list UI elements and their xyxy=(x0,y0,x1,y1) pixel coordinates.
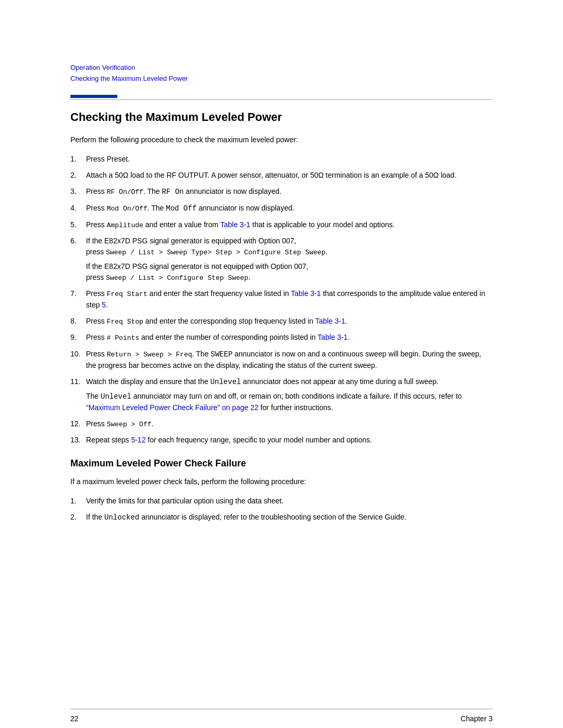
step-11: 11. Watch the display and ensure that th… xyxy=(70,376,493,413)
step-3-content: Press RF On/Off. The RF On annunciator i… xyxy=(86,186,493,198)
step-13-num: 13. xyxy=(70,435,86,446)
accent-bar-container xyxy=(70,95,493,98)
step-7-table-link[interactable]: Table 3-1 xyxy=(291,289,321,298)
failure-step-1-num: 1. xyxy=(70,496,86,507)
failure-step-2-num: 2. xyxy=(70,512,86,523)
page-container: Operation Verification Checking the Maxi… xyxy=(0,0,563,728)
top-spacer xyxy=(0,0,563,63)
step-3-num: 3. xyxy=(70,186,86,198)
step-8-table-link[interactable]: Table 3-1 xyxy=(315,317,346,325)
step-13-range-link[interactable]: 5-12 xyxy=(131,436,145,444)
intro-text: Perform the following procedure to check… xyxy=(70,134,493,145)
step-7: 7. Press Freq Start and enter the start … xyxy=(70,288,493,311)
failure-step-1-content: Verify the limits for that particular op… xyxy=(86,496,493,507)
breadcrumb-line2[interactable]: Checking the Maximum Leveled Power xyxy=(70,73,493,84)
step-7-num: 7. xyxy=(70,288,86,311)
failure-steps-list: 1. Verify the limits for that particular… xyxy=(70,496,493,523)
step-6: 6. If the E82x7D PSG signal generator is… xyxy=(70,236,493,283)
step-5-content: Press Amplitude and enter a value from T… xyxy=(86,219,493,231)
step-2-content: Attach a 50Ω load to the RF OUTPUT. A po… xyxy=(86,170,493,181)
step-5-num: 5. xyxy=(70,219,86,231)
page-title: Checking the Maximum Leveled Power xyxy=(70,110,493,124)
step-6-subpara: If the E82x7D PSG signal generator is no… xyxy=(86,261,493,283)
failure-step-2-content: If the Unlocked annunciator is displayed… xyxy=(86,512,493,523)
accent-bar xyxy=(70,95,117,98)
step-13: 13. Repeat steps 5-12 for each frequency… xyxy=(70,435,493,446)
step-9-num: 9. xyxy=(70,332,86,343)
failure-subheading: Maximum Leveled Power Check Failure xyxy=(70,458,493,469)
step-7-content: Press Freq Start and enter the start fre… xyxy=(86,288,493,311)
step-1: 1. Press Preset. xyxy=(70,154,493,165)
step-5-table-link[interactable]: Table 3-1 xyxy=(221,220,251,229)
step-4-content: Press Mod On/Off. The Mod Off annunciato… xyxy=(86,203,493,214)
step-9-content: Press # Points and enter the number of c… xyxy=(86,332,493,343)
step-11-content: Watch the display and ensure that the Un… xyxy=(86,376,493,413)
step-9: 9. Press # Points and enter the number o… xyxy=(70,332,493,343)
step-12-num: 12. xyxy=(70,418,86,430)
step-12-content: Press Sweep > Off. xyxy=(86,418,493,430)
step-1-num: 1. xyxy=(70,154,86,165)
step-8: 8. Press Freq Stop and enter the corresp… xyxy=(70,316,493,327)
step-10: 10. Press Return > Sweep > Freq. The SWE… xyxy=(70,349,493,371)
footer-chapter: Chapter 3 xyxy=(461,714,493,723)
step-10-content: Press Return > Sweep > Freq. The SWEEP a… xyxy=(86,349,493,371)
step-6-num: 6. xyxy=(70,236,86,283)
step-2: 2. Attach a 50Ω load to the RF OUTPUT. A… xyxy=(70,170,493,181)
breadcrumb-section: Operation Verification Checking the Maxi… xyxy=(0,63,563,84)
step-1-content: Press Preset. xyxy=(86,154,493,165)
footer-page-number: 22 xyxy=(70,714,79,723)
failure-step-1: 1. Verify the limits for that particular… xyxy=(70,496,493,507)
main-content: Checking the Maximum Leveled Power Perfo… xyxy=(0,110,563,698)
step-12: 12. Press Sweep > Off. xyxy=(70,418,493,430)
step-11-subpara: The Unlevel annunciator may turn on and … xyxy=(86,391,493,413)
step-10-num: 10. xyxy=(70,349,86,371)
step-4: 4. Press Mod On/Off. The Mod Off annunci… xyxy=(70,203,493,214)
step-13-content: Repeat steps 5-12 for each frequency ran… xyxy=(86,435,493,446)
step-6-content: If the E82x7D PSG signal generator is eq… xyxy=(86,236,493,283)
step-11-num: 11. xyxy=(70,376,86,413)
step-8-num: 8. xyxy=(70,316,86,327)
failure-step-2: 2. If the Unlocked annunciator is displa… xyxy=(70,512,493,523)
step-3: 3. Press RF On/Off. The RF On annunciato… xyxy=(70,186,493,198)
page-footer: 22 Chapter 3 xyxy=(70,709,493,728)
step-8-content: Press Freq Stop and enter the correspond… xyxy=(86,316,493,327)
step-5: 5. Press Amplitude and enter a value fro… xyxy=(70,219,493,231)
step-2-num: 2. xyxy=(70,170,86,181)
breadcrumb-line1[interactable]: Operation Verification xyxy=(70,63,493,73)
step-9-table-link[interactable]: Table 3-1 xyxy=(317,333,348,341)
step-11-failure-link[interactable]: “Maximum Leveled Power Check Failure” on… xyxy=(86,403,259,412)
failure-intro: If a maximum leveled power check fails, … xyxy=(70,476,493,487)
step-4-num: 4. xyxy=(70,203,86,214)
top-rule xyxy=(70,99,493,100)
steps-list: 1. Press Preset. 2. Attach a 50Ω load to… xyxy=(70,154,493,446)
step-7-step-link[interactable]: 5 xyxy=(102,301,106,309)
